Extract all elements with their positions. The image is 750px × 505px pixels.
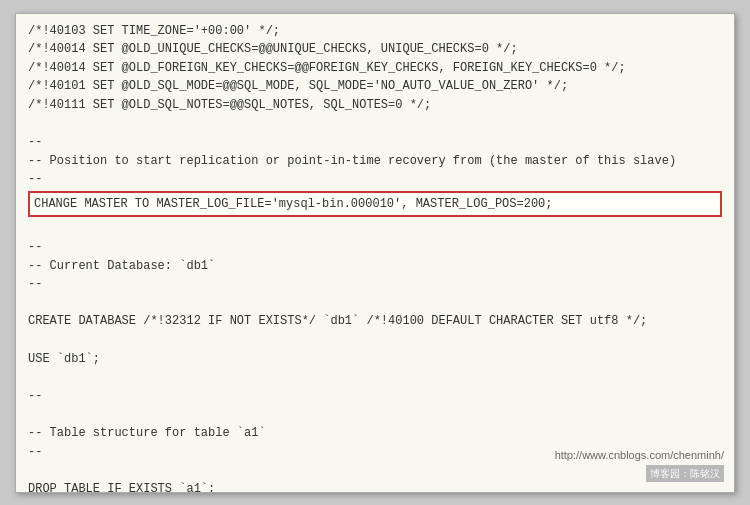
code-line-empty bbox=[28, 114, 722, 133]
watermark-badge: 博客园：陈铭汉 bbox=[646, 465, 724, 483]
code-line: -- bbox=[28, 133, 722, 152]
code-window: /*!40103 SET TIME_ZONE='+00:00' */; /*!4… bbox=[15, 13, 735, 493]
code-line: -- bbox=[28, 238, 722, 257]
code-line: USE `db1`; bbox=[28, 350, 722, 369]
code-line: -- Position to start replication or poin… bbox=[28, 152, 722, 171]
code-line-empty bbox=[28, 331, 722, 350]
code-line-empty bbox=[28, 405, 722, 424]
watermark: http://www.cnblogs.com/chenminh/ 博客园：陈铭汉 bbox=[555, 447, 724, 484]
code-line: /*!40111 SET @OLD_SQL_NOTES=@@SQL_NOTES,… bbox=[28, 96, 722, 115]
code-line: /*!40014 SET @OLD_FOREIGN_KEY_CHECKS=@@F… bbox=[28, 59, 722, 78]
code-line: -- bbox=[28, 170, 722, 189]
code-line: /*!40103 SET TIME_ZONE='+00:00' */; bbox=[28, 22, 722, 41]
code-line: /*!40014 SET @OLD_UNIQUE_CHECKS=@@UNIQUE… bbox=[28, 40, 722, 59]
code-line-empty bbox=[28, 294, 722, 313]
code-line: -- bbox=[28, 275, 722, 294]
code-line: CREATE DATABASE /*!32312 IF NOT EXISTS*/… bbox=[28, 312, 722, 331]
code-line: -- bbox=[28, 387, 722, 406]
code-line-empty bbox=[28, 368, 722, 387]
code-line-empty bbox=[28, 219, 722, 238]
code-line: /*!40101 SET @OLD_SQL_MODE=@@SQL_MODE, S… bbox=[28, 77, 722, 96]
highlighted-command: CHANGE MASTER TO MASTER_LOG_FILE='mysql-… bbox=[28, 191, 722, 218]
code-line: -- Current Database: `db1` bbox=[28, 257, 722, 276]
watermark-url: http://www.cnblogs.com/chenminh/ bbox=[555, 447, 724, 464]
code-line: -- Table structure for table `a1` bbox=[28, 424, 722, 443]
code-content: /*!40103 SET TIME_ZONE='+00:00' */; /*!4… bbox=[16, 14, 734, 492]
